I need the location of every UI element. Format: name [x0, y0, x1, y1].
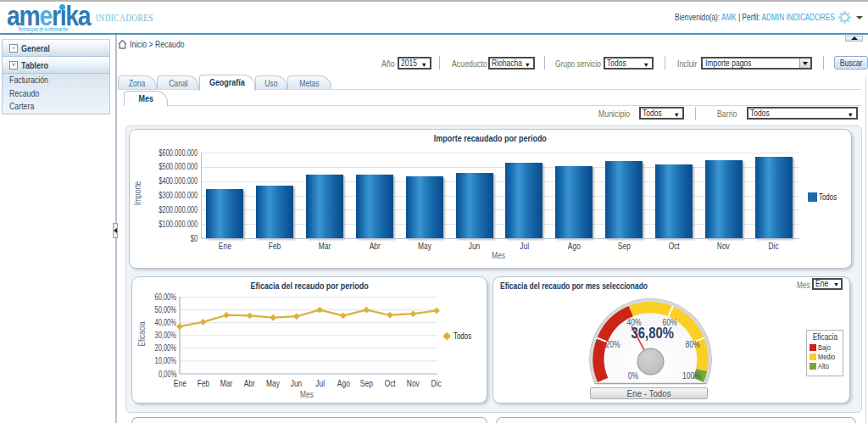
svg-text:100%: 100%: [682, 370, 701, 381]
svg-text:0%: 0%: [628, 370, 639, 381]
